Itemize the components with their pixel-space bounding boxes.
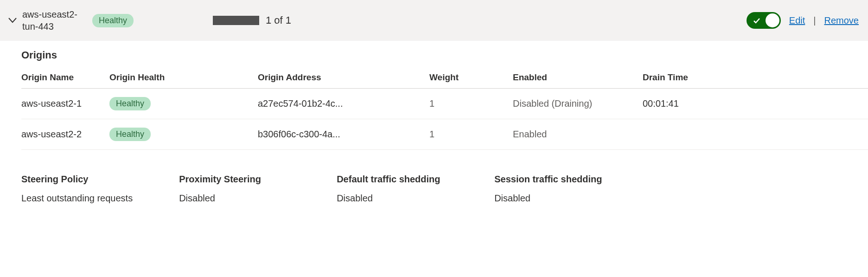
pool-enabled-toggle[interactable] [747, 12, 781, 29]
action-divider: | [813, 15, 816, 26]
policy-value: Disabled [337, 193, 448, 204]
origins-table: Origin Name Origin Health Origin Address… [21, 68, 868, 150]
col-header-health: Origin Health [109, 68, 258, 89]
origin-health-badge: Healthy [109, 128, 151, 141]
policy-value: Least outstanding requests [21, 193, 133, 204]
toggle-knob [766, 13, 779, 27]
table-header-row: Origin Name Origin Health Origin Address… [21, 68, 868, 89]
pool-name: aws-useast2-tun-443 [20, 8, 92, 32]
origin-enabled: Enabled [513, 119, 643, 150]
col-header-weight: Weight [429, 68, 513, 89]
policy-label: Proximity Steering [179, 174, 290, 185]
col-header-address: Origin Address [258, 68, 429, 89]
table-row: aws-useast2-2 Healthy b306f06c-c300-4a..… [21, 119, 868, 150]
edit-link[interactable]: Edit [789, 15, 805, 26]
col-header-drain: Drain Time [643, 68, 868, 89]
policy-label: Session traffic shedding [494, 174, 606, 185]
remove-link[interactable]: Remove [824, 15, 859, 26]
policy-value: Disabled [179, 193, 290, 204]
policy-label: Default traffic shedding [337, 174, 448, 185]
origin-health-badge: Healthy [109, 97, 151, 110]
origin-address: a27ec574-01b2-4c... [258, 89, 429, 119]
policy-proximity: Proximity Steering Disabled [179, 174, 290, 204]
pool-header: aws-useast2-tun-443 Healthy 1 of 1 Edit … [0, 0, 868, 41]
origin-drain: 00:01:41 [643, 89, 868, 119]
origin-weight: 1 [429, 119, 513, 150]
table-row: aws-useast2-1 Healthy a27ec574-01b2-4c..… [21, 89, 868, 119]
origin-enabled: Disabled (Draining) [513, 89, 643, 119]
progress-bar [213, 16, 259, 25]
col-header-enabled: Enabled [513, 68, 643, 89]
pool-health-badge: Healthy [92, 14, 134, 27]
origin-weight: 1 [429, 89, 513, 119]
origin-name: aws-useast2-1 [21, 89, 109, 119]
policy-session-shedding: Session traffic shedding Disabled [494, 174, 606, 204]
origin-address: b306f06c-c300-4a... [258, 119, 429, 150]
policy-value: Disabled [494, 193, 606, 204]
col-header-name: Origin Name [21, 68, 109, 89]
check-icon [753, 16, 760, 27]
policy-label: Steering Policy [21, 174, 133, 185]
chevron-down-icon[interactable] [5, 18, 20, 23]
origins-title: Origins [21, 49, 868, 61]
pool-details: Origins Origin Name Origin Health Origin… [0, 41, 868, 218]
policy-steering: Steering Policy Least outstanding reques… [21, 174, 133, 204]
progress-text: 1 of 1 [266, 14, 291, 26]
policy-default-shedding: Default traffic shedding Disabled [337, 174, 448, 204]
origin-name: aws-useast2-2 [21, 119, 109, 150]
origin-drain [643, 119, 868, 150]
policies-row: Steering Policy Least outstanding reques… [21, 150, 868, 218]
